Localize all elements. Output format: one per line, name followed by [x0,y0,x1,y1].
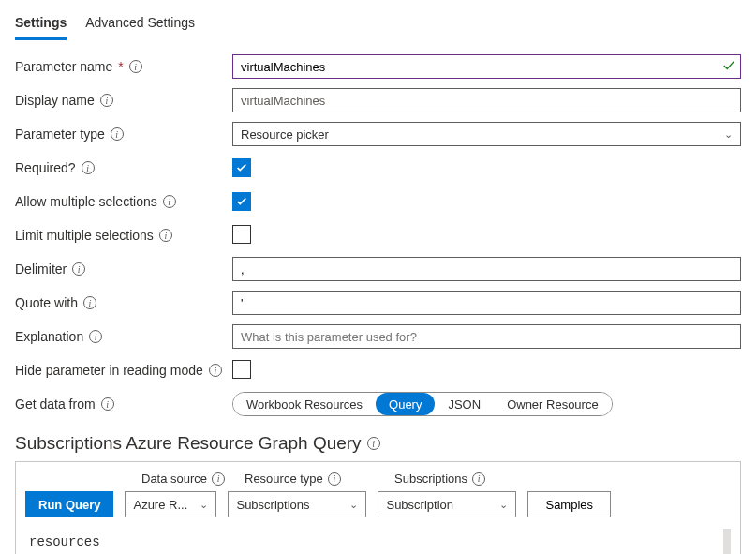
label-hide-parameter: Hide parameter in reading mode [15,363,203,378]
info-icon[interactable]: i [82,161,95,174]
label-display-name: Display name [15,93,95,108]
tab-advanced-settings[interactable]: Advanced Settings [85,11,195,40]
info-icon[interactable]: i [328,472,341,486]
info-icon[interactable]: i [367,437,380,450]
required-checkbox[interactable] [232,158,251,177]
info-icon[interactable]: i [83,296,96,309]
info-icon[interactable]: i [163,195,176,208]
required-asterisk: * [118,59,123,74]
checkmark-icon [722,59,735,75]
query-editor: Data sourcei Resource typei Subscription… [15,461,741,554]
info-icon[interactable]: i [212,472,225,486]
resource-type-select[interactable]: Subscriptions⌄ [228,491,366,517]
info-icon[interactable]: i [129,60,142,73]
parameter-type-select[interactable]: Resource picker⌄ [232,122,741,146]
label-quote-with: Quote with [15,295,78,310]
run-query-button[interactable]: Run Query [25,491,113,517]
pill-workbook-resources[interactable]: Workbook Resources [233,393,376,415]
tab-settings[interactable]: Settings [15,11,67,40]
label-data-source: Data source [141,472,207,486]
chevron-down-icon: ⌄ [499,499,508,511]
quote-with-input[interactable] [232,291,741,315]
pill-query[interactable]: Query [376,393,435,415]
pill-json[interactable]: JSON [435,393,494,415]
section-title: Subscriptions Azure Resource Graph Query [15,433,362,454]
info-icon[interactable]: i [472,472,485,486]
label-allow-multiple: Allow multiple selections [15,194,157,209]
label-resource-type: Resource type [245,472,323,486]
get-data-from-pills: Workbook Resources Query JSON Owner Reso… [232,392,613,416]
label-delimiter: Delimiter [15,262,67,277]
info-icon[interactable]: i [100,94,113,107]
info-icon[interactable]: i [72,262,85,276]
limit-multiple-checkbox[interactable] [232,225,251,244]
pill-owner-resource[interactable]: Owner Resource [494,393,612,415]
chevron-down-icon: ⌄ [724,128,733,141]
display-name-input[interactable] [232,88,741,112]
delimiter-input[interactable] [232,257,741,281]
label-subscriptions: Subscriptions [394,472,467,486]
samples-button[interactable]: Samples [527,491,611,517]
info-icon[interactable]: i [101,397,114,411]
info-icon[interactable]: i [111,127,124,141]
info-icon[interactable]: i [159,229,172,242]
explanation-input[interactable] [232,324,741,349]
subscriptions-select[interactable]: Subscription⌄ [378,491,516,517]
label-limit-multiple: Limit multiple selections [15,228,154,243]
label-parameter-type: Parameter type [15,127,105,142]
data-source-select[interactable]: Azure R...⌄ [125,491,216,517]
label-parameter-name: Parameter name [15,59,112,74]
label-get-data-from: Get data from [15,397,96,412]
label-required: Required? [15,160,76,175]
info-icon[interactable]: i [209,364,222,377]
parameter-name-input[interactable] [232,54,741,79]
info-icon[interactable]: i [89,330,102,343]
query-code[interactable]: resources | where type == "microsoft.com… [25,529,731,554]
chevron-down-icon: ⌄ [349,499,358,511]
allow-multiple-checkbox[interactable] [232,192,251,211]
label-explanation: Explanation [15,329,83,344]
hide-parameter-checkbox[interactable] [232,360,251,379]
chevron-down-icon: ⌄ [200,499,208,511]
